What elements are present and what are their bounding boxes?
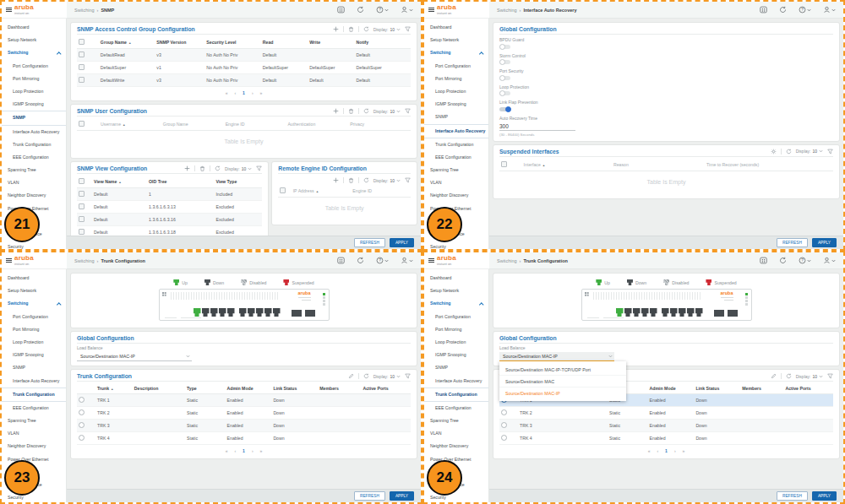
menu-icon[interactable] <box>428 258 434 263</box>
help-icon[interactable]: ? <box>799 257 806 264</box>
row-radio[interactable] <box>79 435 84 441</box>
switch-port[interactable] <box>687 308 695 317</box>
sidebar-item[interactable]: Setup Network <box>424 285 488 297</box>
column-header[interactable]: Active Ports <box>361 383 411 394</box>
column-header[interactable]: Username <box>99 118 161 131</box>
column-header[interactable]: Description <box>133 383 185 394</box>
switch-port[interactable] <box>210 308 218 317</box>
apps-grid-icon[interactable] <box>760 6 767 14</box>
column-header[interactable]: Type <box>185 383 226 394</box>
pagination-control[interactable]: ‹ <box>657 448 658 453</box>
row-radio[interactable] <box>79 409 84 415</box>
apply-button[interactable]: APPLY <box>390 238 414 247</box>
sidebar-item[interactable]: VLAN <box>2 176 66 189</box>
pagination-control[interactable]: › <box>252 90 254 95</box>
sidebar-item[interactable]: VLAN <box>424 427 488 440</box>
sidebar-item[interactable]: Port Mirroring <box>424 73 488 85</box>
select-all-checkbox[interactable] <box>79 39 84 45</box>
pagination-control[interactable]: « <box>648 448 651 453</box>
user-icon[interactable] <box>401 6 408 14</box>
apply-button[interactable]: APPLY <box>390 491 414 501</box>
switch-port[interactable] <box>227 308 235 317</box>
dropdown-option[interactable]: Source/Destination MAC <box>499 376 626 387</box>
column-header[interactable]: IP Address <box>292 185 352 198</box>
column-header[interactable]: Interface <box>522 159 612 171</box>
sidebar-item[interactable]: Trunk Configuration <box>2 387 66 402</box>
refresh-icon[interactable] <box>215 165 221 171</box>
display-count-select[interactable]: Display:10 <box>373 27 401 32</box>
pagination-control[interactable]: « <box>226 448 228 453</box>
sidebar-item[interactable]: EEE Configuration <box>424 151 488 164</box>
switch-port[interactable] <box>662 308 669 317</box>
sidebar-item[interactable]: SNMP <box>424 361 488 374</box>
table-row[interactable]: Default1.3.6.1.6.3.13Excluded <box>77 201 262 214</box>
sidebar-item[interactable]: EEE Configuration <box>424 402 488 415</box>
switch-port[interactable] <box>650 308 657 317</box>
user-icon[interactable] <box>823 6 831 14</box>
switch-port[interactable] <box>256 308 264 317</box>
sidebar-item[interactable]: Switching <box>2 297 66 310</box>
table-row[interactable]: TRK 2StaticEnabledDown <box>499 407 833 420</box>
refresh-button[interactable]: REFRESH <box>777 491 808 501</box>
sidebar-item[interactable]: VLAN <box>424 176 488 189</box>
sidebar-item[interactable]: Dashboard <box>2 272 66 285</box>
select-all-checkbox[interactable] <box>280 187 286 193</box>
help-icon[interactable]: ? <box>376 6 384 14</box>
row-checkbox[interactable] <box>79 64 84 70</box>
pagination-control[interactable]: 1 <box>243 448 245 453</box>
refresh-icon[interactable] <box>786 373 792 379</box>
table-row[interactable]: DefaultSuperv1No Auth No PrivDefaultSupe… <box>77 62 411 74</box>
column-header[interactable]: Time to Recover (seconds) <box>705 159 833 171</box>
sync-icon[interactable] <box>779 6 787 14</box>
column-header[interactable]: Link Status <box>694 383 740 394</box>
sidebar-item[interactable]: Spanning Tree <box>424 164 488 176</box>
sidebar-item[interactable]: Spanning Tree <box>2 164 66 176</box>
switch-port[interactable] <box>194 308 201 317</box>
column-header[interactable]: Engine ID <box>224 118 286 131</box>
sidebar-item[interactable]: Setup Network <box>2 285 66 297</box>
apps-grid-icon[interactable] <box>760 257 767 264</box>
pagination-control[interactable]: 1 <box>665 448 668 453</box>
column-header[interactable]: Read <box>261 36 308 49</box>
filter-icon[interactable] <box>405 373 411 379</box>
sidebar-item[interactable]: Interface Auto Recovery <box>424 375 488 387</box>
sidebar-item[interactable]: Security <box>2 241 66 249</box>
refresh-button[interactable]: REFRESH <box>354 238 385 247</box>
sidebar-item[interactable]: Loop Protection <box>2 85 66 98</box>
refresh-icon[interactable] <box>363 108 369 114</box>
sidebar-item[interactable]: Switching <box>424 297 488 310</box>
column-header[interactable]: Group Name <box>99 36 155 49</box>
column-header[interactable]: Admin Mode <box>226 383 272 394</box>
edit-pencil-icon[interactable] <box>348 373 354 379</box>
table-row[interactable]: DefaultReadv3No Auth No PrivDefaultDefau… <box>77 49 411 62</box>
switch-port[interactable] <box>239 308 247 317</box>
filter-icon[interactable] <box>827 373 833 379</box>
refresh-icon[interactable] <box>363 177 369 183</box>
display-count-select[interactable]: Display:10 <box>373 109 401 114</box>
refresh-icon[interactable] <box>786 149 792 154</box>
filter-icon[interactable] <box>827 149 833 154</box>
breadcrumb-section[interactable]: Switching <box>74 8 95 13</box>
pagination-control[interactable]: « <box>226 90 228 95</box>
switch-port[interactable] <box>219 308 226 317</box>
dropdown-option[interactable]: Source/Destination MAC-IP-TCP/UDP Port <box>499 364 626 376</box>
row-radio[interactable] <box>79 422 84 428</box>
sidebar-item[interactable]: IGMP Snooping <box>2 349 66 361</box>
sidebar-item[interactable]: Port Configuration <box>2 311 66 323</box>
sidebar-item[interactable]: Setup Network <box>2 34 66 46</box>
sidebar-item[interactable]: IGMP Snooping <box>424 349 488 361</box>
menu-icon[interactable] <box>428 8 434 12</box>
switch-port[interactable] <box>633 308 641 317</box>
display-count-select[interactable]: Display:10 <box>796 374 823 379</box>
display-count-select[interactable]: Display:10 <box>373 374 401 379</box>
breadcrumb-section[interactable]: Switching <box>497 258 517 263</box>
switch-port[interactable] <box>248 308 255 317</box>
table-row[interactable]: TRK 3StaticEnabledDown <box>499 420 833 432</box>
dropdown-option[interactable]: Source/Destination MAC-IP <box>499 387 626 398</box>
filter-icon[interactable] <box>405 108 411 114</box>
apps-grid-icon[interactable] <box>337 6 345 14</box>
table-row[interactable]: TRK 4StaticEnabledDown <box>499 432 833 445</box>
switch-port[interactable] <box>616 308 624 317</box>
delete-icon[interactable] <box>348 177 354 183</box>
row-radio[interactable] <box>501 435 507 441</box>
